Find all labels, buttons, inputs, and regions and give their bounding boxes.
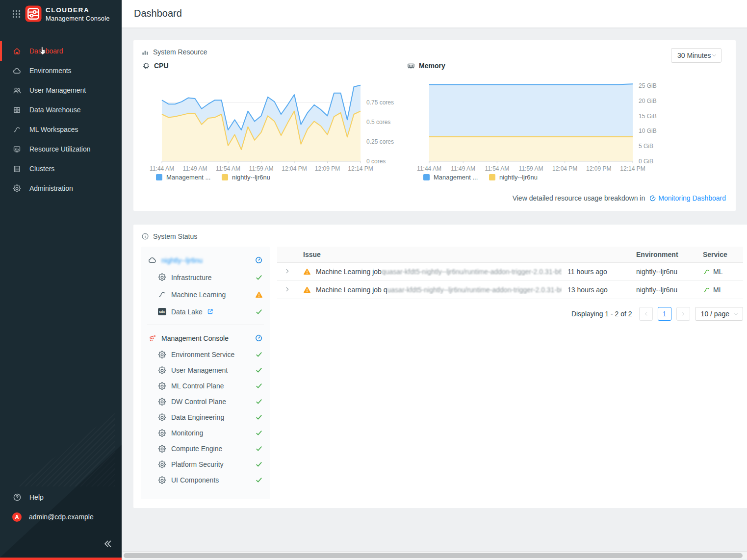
legend-item[interactable]: nightly--ljr6nu (489, 174, 538, 181)
gear-icon (158, 460, 166, 469)
sidebar-item-user[interactable]: A admin@cdp.example (0, 508, 122, 526)
tree-divider (147, 325, 264, 325)
legend-item[interactable]: Management ... (423, 174, 478, 181)
sidebar-item-dashboard[interactable]: Dashboard (0, 41, 122, 61)
status-item-ui-components[interactable]: UI Components (148, 472, 263, 488)
check-icon (255, 476, 263, 484)
gear-icon (13, 184, 21, 193)
status-item-dw-control-plane[interactable]: DW Control Plane (148, 394, 263, 409)
sidebar-item-environments[interactable]: Environments (0, 61, 122, 80)
warehouse-icon (13, 106, 21, 114)
sidebar-item-label: Data Warehouse (29, 106, 81, 114)
issue-service: ML (698, 268, 743, 276)
gear-icon (158, 273, 166, 281)
status-item-machine-learning[interactable]: Machine Learning (148, 286, 263, 303)
svg-text:10 GiB: 10 GiB (639, 127, 657, 134)
status-console-header: Management Console (148, 330, 263, 347)
status-item-platform-security[interactable]: Platform Security (148, 457, 263, 472)
issues-rows: Machine Learning job quasar-kfdt5-nightl… (277, 263, 743, 299)
check-icon (255, 351, 263, 358)
monitoring-dashboard-link[interactable]: Monitoring Dashboard (658, 194, 726, 202)
sidebar-item-resource-utilization[interactable]: Resource Utilization (0, 139, 122, 159)
status-item-user-management[interactable]: User Management (148, 362, 263, 378)
sidebar-item-ml-workspaces[interactable]: ML Workspaces (0, 120, 122, 139)
home-icon (13, 47, 21, 55)
environment-status-list: Infrastructure Machine Learning sdxData … (148, 269, 263, 320)
issue-cell: Machine Learning job q uasar-kfdt5-night… (303, 286, 562, 294)
expand-row-icon[interactable] (284, 268, 291, 275)
warning-icon (303, 286, 311, 294)
issue-text: Machine Learning job (316, 268, 382, 276)
resource-footer: View detailed resource usage breakdown i… (513, 194, 726, 202)
svg-text:25 GiB: 25 GiB (639, 82, 657, 89)
expand-cell (277, 286, 303, 294)
environment-column-header: Environment (631, 251, 698, 258)
sidebar-item-label: Clusters (29, 165, 54, 173)
status-item-label: Machine Learning (171, 291, 226, 299)
sidebar-item-administration[interactable]: Administration (0, 178, 122, 198)
status-item-label: Compute Engine (171, 445, 222, 453)
cloudera-logo[interactable] (25, 5, 42, 22)
sidebar-item-clusters[interactable]: Clusters (0, 159, 122, 178)
gear-icon (158, 476, 166, 484)
time-range-select[interactable]: 30 Minutes (671, 48, 721, 63)
memory-title: Memory (419, 62, 445, 70)
pagination-page-1-button[interactable]: 1 (658, 307, 671, 321)
issue-environment: nightly--ljr6nu (631, 268, 698, 276)
service-column-header: Service (698, 251, 743, 258)
ml-icon (13, 126, 21, 134)
pagination-prev-button[interactable] (639, 307, 653, 321)
svg-text:20 GiB: 20 GiB (639, 98, 657, 104)
help-label: Help (29, 493, 44, 501)
svg-text:0.5 cores: 0.5 cores (366, 119, 390, 126)
page-title: Dashboard (134, 8, 182, 19)
status-item-data-lake[interactable]: sdxData Lake (148, 303, 263, 320)
sidebar-item-data-warehouse[interactable]: Data Warehouse (0, 100, 122, 120)
gear-icon (158, 351, 166, 359)
brand-subtitle: Management Console (46, 15, 110, 22)
issue-environment: nightly--ljr6nu (631, 286, 698, 294)
gear-icon (158, 413, 166, 422)
monitor-icon (13, 145, 21, 153)
status-item-infrastructure[interactable]: Infrastructure (148, 269, 263, 286)
time-range-value: 30 Minutes (677, 51, 711, 59)
sdx-badge-icon: sdx (158, 308, 166, 315)
environment-name-link[interactable]: nightly--ljr6nu (161, 256, 203, 264)
brand-text: CLOUDERA Management Console (46, 6, 110, 22)
legend-item[interactable]: nightly--ljr6nu (222, 174, 270, 181)
page-header: Dashboard (122, 0, 747, 28)
expand-row-icon[interactable] (284, 286, 291, 293)
status-item-label: Platform Security (171, 460, 224, 468)
ml-service-icon (703, 268, 710, 276)
external-link-icon[interactable] (206, 308, 214, 315)
sidebar-item-help[interactable]: Help (0, 488, 122, 506)
status-item-label: DW Control Plane (171, 398, 226, 406)
app-switcher-icon[interactable] (12, 10, 21, 18)
issue-cell: Machine Learning job quasar-kfdt5-nightl… (303, 268, 562, 276)
horizontal-scrollbar-thumb[interactable] (124, 553, 743, 558)
gear-icon (158, 382, 166, 390)
svg-text:Management ...: Management ... (166, 174, 210, 181)
status-item-ml-control-plane[interactable]: ML Control Plane (148, 378, 263, 394)
sidebar-item-user-management[interactable]: User Management (0, 80, 122, 100)
status-item-monitoring[interactable]: Monitoring (148, 425, 263, 441)
gear-icon (158, 445, 166, 453)
system-resource-panel: System Resource 30 Minutes CPU Memory 0 … (133, 40, 736, 211)
status-item-compute-engine[interactable]: Compute Engine (148, 441, 263, 457)
console-gauge-icon[interactable] (255, 334, 263, 342)
status-item-environment-service[interactable]: Environment Service (148, 347, 263, 362)
environment-gauge-icon[interactable] (255, 256, 263, 264)
gear-icon (158, 398, 166, 406)
console-name: Management Console (161, 334, 229, 342)
info-icon (141, 232, 149, 240)
svg-text:0.25 cores: 0.25 cores (366, 138, 394, 145)
sidebar-collapse-icon[interactable] (102, 538, 113, 549)
page-size-select[interactable]: 10 / page (695, 307, 743, 321)
status-item-data-engineering[interactable]: Data Engineering (148, 409, 263, 425)
ml-icon (158, 290, 166, 299)
warning-icon (255, 291, 263, 299)
legend-item[interactable]: Management ... (156, 174, 210, 181)
sidebar-item-label: Administration (29, 184, 73, 192)
pagination-next-button[interactable] (676, 307, 690, 321)
brand-name: CLOUDERA (46, 6, 110, 14)
